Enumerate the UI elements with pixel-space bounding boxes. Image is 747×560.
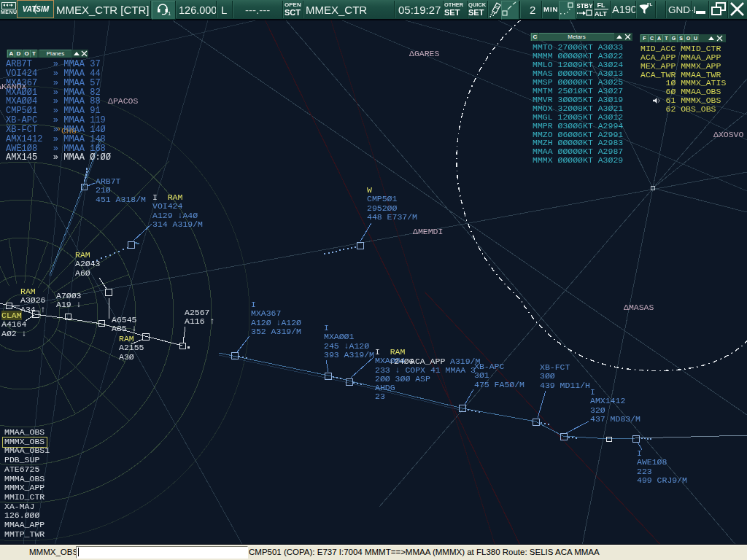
svg-text:VATSIM: VATSIM (23, 5, 50, 13)
svg-text:1: 1 (168, 11, 171, 16)
svg-text:FL: FL (647, 2, 653, 7)
